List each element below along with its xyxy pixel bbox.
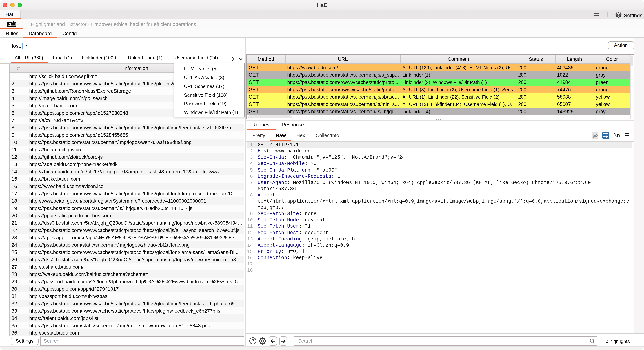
svg-text:?: ? <box>251 338 254 344</box>
